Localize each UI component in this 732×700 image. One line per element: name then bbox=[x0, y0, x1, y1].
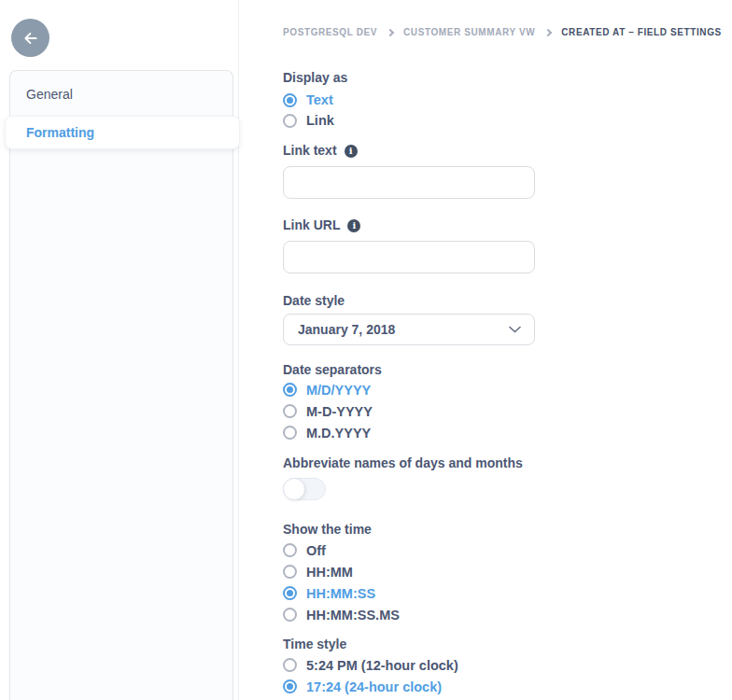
radio-button[interactable] bbox=[283, 383, 297, 397]
radio-button[interactable] bbox=[283, 565, 297, 579]
sidebar-item-label: Formatting bbox=[26, 125, 94, 140]
field-label: Link text bbox=[283, 143, 337, 159]
radio-option-label: Off bbox=[306, 543, 326, 558]
show-time-label: Show the time bbox=[283, 522, 535, 538]
radio-button[interactable] bbox=[283, 608, 297, 622]
radio-option-label: M-D-YYYY bbox=[306, 404, 373, 419]
radio-button[interactable] bbox=[283, 426, 297, 440]
date-separators-label: Date separators bbox=[283, 362, 535, 378]
sidebar-content-divider bbox=[238, 0, 239, 700]
breadcrumb-item-current: CREATED AT – FIELD SETTINGS bbox=[561, 27, 722, 37]
date-separators-section: Date separators M/D/YYYY M-D-YYYY M.D.YY… bbox=[283, 362, 535, 443]
info-icon[interactable]: i bbox=[345, 145, 358, 158]
breadcrumb-item-database[interactable]: POSTGRESQL DEV bbox=[283, 27, 377, 37]
date-style-label: Date style bbox=[283, 293, 535, 309]
display-as-section: Display as Text Link bbox=[283, 70, 535, 131]
date-style-selected-value: January 7, 2018 bbox=[298, 322, 395, 337]
radio-option-label: 17:24 (24-hour clock) bbox=[306, 679, 442, 694]
link-url-label: Link URL i bbox=[283, 217, 535, 233]
radio-option-12-hour[interactable]: 5:24 PM (12-hour clock) bbox=[283, 654, 535, 676]
abbreviate-toggle[interactable] bbox=[283, 478, 326, 500]
radio-option-label: Text bbox=[306, 92, 333, 107]
radio-button[interactable] bbox=[283, 543, 297, 557]
show-time-section: Show the time Off HH:MM HH:MM:SS HH:MM:S… bbox=[283, 522, 535, 625]
chevron-right-icon bbox=[544, 28, 552, 35]
arrow-left-icon bbox=[22, 30, 39, 47]
radio-button[interactable] bbox=[283, 586, 297, 600]
sidebar-item-label: General bbox=[26, 87, 73, 102]
radio-option-24-hour[interactable]: 17:24 (24-hour clock) bbox=[283, 676, 535, 697]
breadcrumb: POSTGRESQL DEV CUSTOMER SUMMARY VW CREAT… bbox=[283, 27, 722, 37]
link-url-section: Link URL i bbox=[283, 217, 535, 273]
radio-button[interactable] bbox=[283, 114, 297, 128]
radio-button[interactable] bbox=[283, 93, 297, 107]
sidebar-item-formatting[interactable]: Formatting bbox=[5, 116, 240, 149]
radio-option-label: Link bbox=[306, 113, 334, 128]
radio-option-dash[interactable]: M-D-YYYY bbox=[283, 400, 535, 422]
radio-option-link[interactable]: Link bbox=[283, 110, 535, 131]
chevron-down-icon bbox=[509, 326, 521, 333]
toggle-knob bbox=[283, 478, 305, 500]
radio-button[interactable] bbox=[283, 404, 297, 418]
abbreviate-section: Abbreviate names of days and months bbox=[283, 455, 535, 500]
radio-option-hhmm[interactable]: HH:MM bbox=[283, 561, 535, 582]
display-as-label: Display as bbox=[283, 70, 535, 86]
time-style-label: Time style bbox=[283, 637, 535, 652]
radio-option-label: HH:MM:SS bbox=[306, 586, 375, 601]
radio-option-off[interactable]: Off bbox=[283, 539, 535, 561]
radio-option-dot[interactable]: M.D.YYYY bbox=[283, 422, 535, 443]
radio-option-label: HH:MM bbox=[306, 565, 353, 580]
radio-option-hhmmssms[interactable]: HH:MM:SS.MS bbox=[283, 604, 535, 625]
radio-option-label: M.D.YYYY bbox=[306, 426, 371, 441]
link-text-input[interactable] bbox=[283, 166, 535, 199]
sidebar: General bbox=[9, 70, 233, 700]
radio-option-slash[interactable]: M/D/YYYY bbox=[283, 379, 535, 400]
radio-option-text[interactable]: Text bbox=[283, 90, 535, 110]
breadcrumb-item-table[interactable]: CUSTOMER SUMMARY VW bbox=[403, 27, 535, 37]
link-text-section: Link text i bbox=[283, 143, 535, 199]
info-icon[interactable]: i bbox=[347, 219, 360, 232]
sidebar-item-general[interactable]: General bbox=[10, 71, 232, 117]
radio-button[interactable] bbox=[283, 679, 297, 693]
back-button[interactable] bbox=[11, 19, 49, 57]
radio-option-label: HH:MM:SS.MS bbox=[306, 608, 400, 623]
radio-button[interactable] bbox=[283, 658, 297, 672]
link-url-input[interactable] bbox=[283, 241, 535, 273]
link-text-label: Link text i bbox=[283, 143, 535, 159]
radio-option-hhmmss[interactable]: HH:MM:SS bbox=[283, 582, 535, 604]
time-style-section: Time style 5:24 PM (12-hour clock) 17:24… bbox=[283, 637, 535, 697]
radio-option-label: M/D/YYYY bbox=[306, 383, 371, 398]
date-style-section: Date style January 7, 2018 bbox=[283, 293, 535, 345]
field-label: Link URL bbox=[283, 217, 340, 233]
abbreviate-label: Abbreviate names of days and months bbox=[283, 455, 535, 471]
date-style-select[interactable]: January 7, 2018 bbox=[283, 314, 535, 345]
chevron-right-icon bbox=[387, 28, 394, 35]
radio-option-label: 5:24 PM (12-hour clock) bbox=[306, 658, 458, 673]
